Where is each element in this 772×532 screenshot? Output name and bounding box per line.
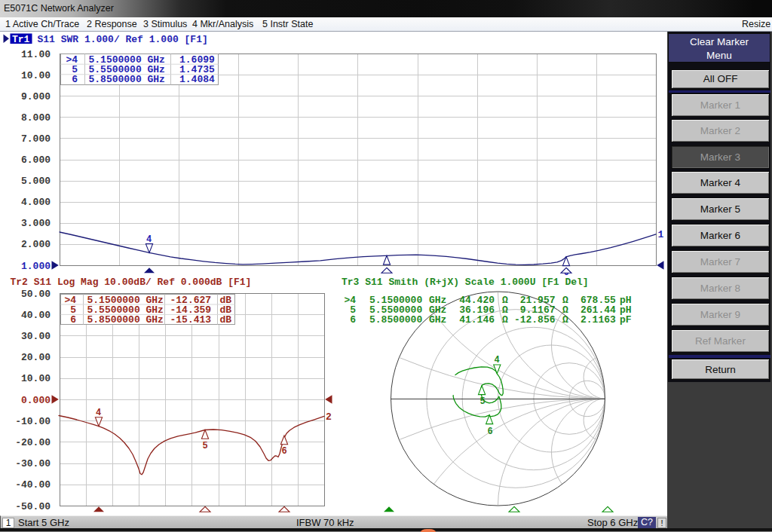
svg-text:1: 1 [658,229,664,240]
svg-text:4: 4 [146,234,152,245]
svg-text:50.00: 50.00 [21,289,51,300]
svg-text:3.000: 3.000 [21,218,51,229]
svg-text:30.00: 30.00 [21,331,51,342]
svg-text:5.8500000 GHz: 5.8500000 GHz [89,74,165,85]
svg-text:6: 6 [70,314,76,326]
svg-text:9.000: 9.000 [21,91,51,102]
svg-text:6: 6 [487,427,492,437]
svg-text:2.000: 2.000 [21,239,51,250]
svg-text:4.000: 4.000 [21,197,51,208]
svg-text:6.000: 6.000 [21,154,51,166]
svg-text:Tr1: Tr1 [12,34,30,45]
svg-text:dB: dB [220,314,232,326]
svg-text:2.1163: 2.1163 [581,314,616,326]
svg-text:2: 2 [326,411,332,423]
svg-text:5.000: 5.000 [21,176,51,187]
svg-text:Tr2 S11 Log Mag 10.00dB/ Ref 0: Tr2 S11 Log Mag 10.00dB/ Ref 0.000dB [F1… [11,277,252,288]
svg-text:pF: pF [620,314,632,326]
svg-text:GHz: GHz [429,314,446,326]
svg-text:10.00: 10.00 [21,70,51,81]
svg-text:-15.413: -15.413 [170,314,212,326]
svg-text:10.00: 10.00 [21,373,51,384]
svg-text:4: 4 [494,355,499,365]
svg-text:-10.00: -10.00 [15,416,51,427]
svg-text:5: 5 [202,441,207,451]
svg-text:6: 6 [350,314,356,326]
svg-text:-12.856: -12.856 [514,314,556,326]
svg-text:0.000: 0.000 [21,395,51,406]
svg-text:40.00: 40.00 [21,310,51,321]
svg-text:Tr3 S11 Smith (R+jX) Scale 1.0: Tr3 S11 Smith (R+jX) Scale 1.000U [F1 De… [342,277,589,288]
svg-text:Ω: Ω [562,314,568,326]
svg-text:5.8500000: 5.8500000 [369,314,422,326]
svg-text:-20.00: -20.00 [15,437,51,448]
svg-text:4: 4 [96,408,101,418]
svg-text:5.8500000 GHz: 5.8500000 GHz [87,314,164,326]
svg-text:1.4084: 1.4084 [179,74,215,85]
svg-text:1.000: 1.000 [21,261,51,272]
svg-text:-40.00: -40.00 [15,479,51,491]
svg-text:-30.00: -30.00 [15,458,51,469]
svg-text:-50.00: -50.00 [15,501,51,512]
svg-text:6: 6 [72,74,78,85]
svg-text:5: 5 [479,396,485,407]
svg-text:7.000: 7.000 [21,133,51,145]
svg-text:6: 6 [281,446,286,457]
svg-text:20.00: 20.00 [21,352,51,363]
svg-text:8.000: 8.000 [21,112,51,124]
svg-text:41.146: 41.146 [459,314,495,326]
svg-text:Ω: Ω [502,314,508,326]
svg-text:S11 SWR 1.000/ Ref 1.000 [F1]: S11 SWR 1.000/ Ref 1.000 [F1] [38,34,208,45]
svg-text:11.00: 11.00 [21,49,51,60]
